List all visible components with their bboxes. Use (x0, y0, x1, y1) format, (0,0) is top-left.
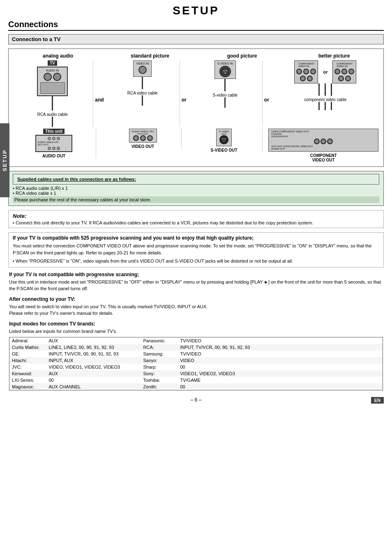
tv-video-in-panel: VIDEO IN (133, 60, 152, 77)
table-row: Admiral: AUX Panasonic: TV/VIDEO (9, 337, 383, 344)
this-unit-label: This unit (43, 129, 65, 134)
brand-name: Curtis Mathis: (9, 344, 46, 351)
side-label-text: SETUP (2, 149, 8, 171)
page: SETUP SETUP Connections Connection to a … (0, 0, 392, 554)
cable3-label: S-video cable (213, 93, 238, 97)
note-box: Note: • Connect this unit directly to yo… (8, 210, 384, 228)
tv-component-panels: COMPONENTVIDEO IN or COMPONEN (294, 60, 356, 83)
brand-name2: Toshiba: (141, 377, 178, 383)
col1-header: analog audio (12, 53, 104, 59)
brand-value2: TV/GAME (178, 377, 383, 383)
unit-comp-out-panel: Cb/Pb COMPONENT VIDEO OUT COAXIAL XXXXXX… (268, 129, 378, 152)
table-row: GE: INPUT, TV/VCR, 00, 90, 91, 92, 93 Sa… (9, 351, 383, 357)
unit-audio-out-panel: AUDIO VIDEO C/POUT OUT (35, 135, 72, 152)
page-footer: – 6 – EN (8, 397, 384, 403)
brand-name: Admiral: (9, 337, 46, 344)
tv-audio-in-panel: AUDIO IN (37, 67, 68, 96)
cable2-label: RCA video cable (127, 91, 158, 95)
footer-lang: EN (371, 397, 384, 404)
brand-value2: TV/VIDEO (178, 337, 383, 344)
setup-side-label: SETUP (0, 123, 9, 197)
brand-value: INPUT, TV/VCR, 00, 90, 91, 92, 93 (46, 351, 141, 357)
or-label1: or (180, 97, 188, 103)
cable4-label: component video cable (304, 97, 346, 102)
tv-comp-panel1: COMPONENTVIDEO IN (294, 60, 318, 83)
tv-svideo-conn (219, 66, 231, 77)
svideo-cable-v2 (224, 97, 226, 108)
col2-video: VIDEO IN RCA video cable (106, 60, 180, 127)
after-body2: Please refer to your TV's owner's manual… (9, 310, 383, 317)
table-row: Hitachi: INPUT, AUX Sanyo: VIDEO (9, 357, 383, 364)
main-title: SETUP (8, 4, 384, 17)
comp-cables (318, 83, 332, 96)
after-section: After connecting to your TV: You will ne… (8, 296, 384, 317)
col3-unit: S-VIDEOOUT S-VIDEO OUT (186, 129, 263, 152)
or-label3: or (321, 69, 330, 74)
brand-name: JVC: (9, 364, 46, 370)
out3-label: S-VIDEO OUT (211, 148, 238, 152)
unit-video-out-panel: AUDIO VIDEO C/PsOUT OUT (129, 129, 157, 143)
unit-svideo-conn (219, 135, 228, 144)
input-modes-intro: Listed below are inputs for common brand… (9, 328, 383, 335)
progressive-body1: You must select the connection COMPONENT… (13, 242, 379, 256)
brands-table: Admiral: AUX Panasonic: TV/VIDEO Curtis … (9, 337, 383, 390)
svg-point-6 (224, 138, 226, 140)
tv-screen (40, 82, 65, 94)
input-modes-section: Input modes for common TV brands: Listed… (8, 321, 384, 391)
brand-value: AUX (46, 337, 141, 344)
brand-value: VIDEO, VIDEO1, VIDEO2, VIDEO3 (46, 364, 141, 370)
progressive-section: If your TV is compatible with 525 progre… (8, 232, 384, 268)
table-row: Magnavox: AUX CHANNEL Zenith: 00 (9, 383, 383, 390)
tv-comp-panel2: COMPONENTVIDEO IN (332, 60, 356, 83)
brand-name2: Sanyo: (141, 357, 178, 364)
svg-point-0 (221, 68, 229, 75)
diagram-body: TV AUDIO IN RCA audio cable (12, 60, 380, 127)
note-body: • Connect this unit directly to your TV.… (13, 220, 379, 225)
brand-name2: Zenith: (141, 383, 178, 390)
nonprogressive-section: If your TV is not compatible with progre… (8, 272, 384, 292)
tv-label: TV (48, 60, 57, 66)
after-title: After connecting to your TV: (9, 296, 383, 302)
tv-audio-in-r (53, 73, 61, 81)
brand-value2: VIDEO1, VIDEO2, VIDEO3 (178, 370, 383, 377)
brand-value: AUX (46, 370, 141, 377)
connection-diagram: analog audio standard picture good pictu… (8, 48, 384, 167)
brand-name2: Sony: (141, 370, 178, 377)
out4-label: COMPONENTVIDEO OUT (310, 153, 337, 162)
svg-point-3 (224, 72, 226, 74)
brand-name2: Samsung: (141, 351, 178, 357)
brand-name2: Sharp: (141, 364, 178, 370)
brand-name2: Panasonic: (141, 337, 178, 344)
diagram-header: analog audio standard picture good pictu… (12, 53, 380, 59)
brand-value: INPUT, AUX (46, 357, 141, 364)
and-label: and (93, 97, 105, 103)
brand-value: AUX CHANNEL (46, 383, 141, 390)
brand-name: GE: (9, 351, 46, 357)
svg-point-4 (221, 136, 227, 143)
tv-video-in (138, 66, 147, 74)
svg-point-2 (226, 70, 227, 72)
supplied-item1: • RCA audio cable (L/R) x 1 (13, 186, 379, 191)
out2-label: VIDEO OUT (131, 144, 154, 149)
col2-header: standard picture (104, 53, 196, 59)
supplied-box: Supplied cables used in this connection … (8, 171, 384, 206)
supplied-item2: • RCA video cable x 1 (13, 191, 379, 196)
progressive-body2: • When "PROGRESSIVE" is "ON", video sign… (13, 258, 379, 265)
progressive-title: If your TV is compatible with 525 progre… (13, 235, 379, 241)
brand-value: LINE1, LINE2, 00, 90, 91, 92, 93 (46, 344, 141, 351)
col4-component: COMPONENTVIDEO IN or COMPONEN (271, 60, 380, 127)
comp-cables2 (318, 102, 332, 110)
table-row: Curtis Mathis: LINE1, LINE2, 00, 90, 91,… (9, 344, 383, 351)
tv-audio-in-l (44, 73, 52, 81)
tv-svideo-in-panel: S-VIDEO IN (214, 60, 236, 79)
supplied-note: Please purchase the rest of the necessar… (13, 196, 379, 203)
supplied-title: Supplied cables used in this connection … (13, 174, 379, 185)
brand-name: Magnavox: (9, 383, 46, 390)
rca-cable-v2 (52, 117, 53, 127)
note-title: Note: (13, 213, 379, 219)
brand-value2: 00 (178, 383, 383, 390)
rca-cable-v1 (52, 96, 53, 111)
brand-value2: VIDEO (178, 357, 383, 364)
brand-value: 00 (46, 377, 141, 383)
col2-unit: AUDIO VIDEO C/PsOUT OUT VIDEO OUT (104, 129, 181, 149)
